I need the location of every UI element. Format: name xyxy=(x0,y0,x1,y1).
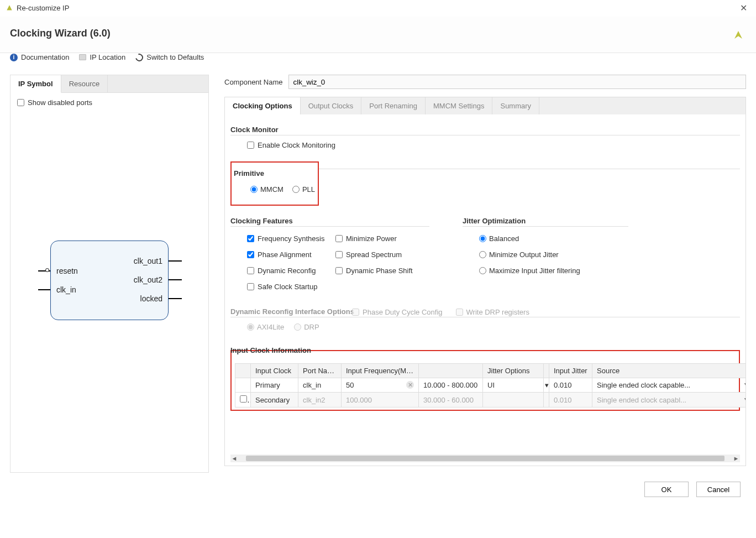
cell-secondary-ij: 0.010 xyxy=(549,393,592,408)
cell-primary-jopt[interactable]: UI xyxy=(483,378,544,393)
cell-primary-range: 10.000 - 800.000 xyxy=(419,378,483,393)
info-icon: i xyxy=(10,54,18,61)
table-row-secondary: Secondary clk_in2 100.000 30.000 - 60.00… xyxy=(235,393,747,408)
switch-defaults-link[interactable]: Switch to Defaults xyxy=(135,53,204,61)
cell-primary-ij[interactable]: 0.010 xyxy=(549,378,592,393)
tab-summary[interactable]: Summary xyxy=(492,97,539,114)
config-tabs: Clocking Options Output Clocks Port Rena… xyxy=(224,97,746,114)
ip-symbol-diagram: resetn clk_in clk_out1 clk_out2 locked xyxy=(17,241,202,320)
drio-write-drp-checkbox: Write DRP registers xyxy=(456,308,529,316)
feat-dynamic-phase-shift[interactable]: Dynamic Phase Shift xyxy=(335,267,429,275)
show-disabled-ports-label: Show disabled ports xyxy=(28,98,92,107)
clocking-features-title: Clocking Features xyxy=(230,217,429,227)
dynamic-reconfig-section: Dynamic Reconfig Interface Options AXI4L… xyxy=(230,307,740,331)
cell-secondary-enable[interactable] xyxy=(235,393,251,408)
enable-clock-monitoring-label: Enable Clock Monitoring xyxy=(258,141,335,149)
enable-clock-monitoring-checkbox[interactable]: Enable Clock Monitoring xyxy=(247,141,335,149)
table-header-row: Input Clock Port Name Input Frequency(MH… xyxy=(235,364,747,378)
chevron-down-icon[interactable]: ▾ xyxy=(744,381,746,387)
feat-minimize-power[interactable]: Minimize Power xyxy=(335,234,429,243)
vendor-logo-icon xyxy=(731,27,746,43)
port-resetn: resetn xyxy=(56,267,78,275)
feat-dynamic-reconfig[interactable]: Dynamic Reconfig xyxy=(247,267,330,275)
drio-drp-radio: DRP xyxy=(294,323,319,331)
cell-primary-jopt-dd[interactable]: ▾ xyxy=(544,378,549,393)
cell-primary-clk: Primary xyxy=(251,378,298,393)
input-clock-section: Input Clock Information Input Clock Port… xyxy=(230,350,740,411)
header: Clocking Wizard (6.0) xyxy=(0,17,756,53)
primitive-pll-radio[interactable]: PLL xyxy=(292,185,315,194)
drio-axi4lite-radio: AXI4Lite xyxy=(247,323,284,331)
feat-frequency-synthesis[interactable]: Frequency Synthesis xyxy=(247,234,330,243)
right-panel: Component Name Clocking Options Output C… xyxy=(224,75,746,473)
cell-secondary-freq: 100.000 xyxy=(342,393,419,408)
drio-phase-duty-checkbox: Phase Duty Cycle Config xyxy=(352,308,443,316)
cell-secondary-src: Single ended clock capabl...▾ xyxy=(592,393,747,408)
chevron-down-icon: ▾ xyxy=(744,396,746,402)
tab-output-clocks[interactable]: Output Clocks xyxy=(301,97,362,114)
primitive-mmcm-radio[interactable]: MMCM xyxy=(250,185,284,194)
left-tabs: IP Symbol Resource xyxy=(11,75,208,93)
cell-secondary-range: 30.000 - 60.000 xyxy=(419,393,483,408)
input-clock-title: Input Clock Information xyxy=(229,346,312,354)
cell-primary-src[interactable]: Single ended clock capable...▾ xyxy=(592,378,747,393)
port-clk-in: clk_in xyxy=(56,285,76,294)
scroll-left-icon[interactable]: ◄ xyxy=(230,455,238,462)
cell-primary-freq[interactable]: 50✕ xyxy=(342,378,419,393)
cell-secondary-port: clk_in2 xyxy=(298,393,342,408)
show-disabled-ports-checkbox[interactable]: Show disabled ports xyxy=(17,98,92,107)
tab-clocking-options[interactable]: Clocking Options xyxy=(225,97,301,114)
component-name-row: Component Name xyxy=(224,75,746,89)
folder-icon xyxy=(79,54,86,60)
tab-mmcm-settings[interactable]: MMCM Settings xyxy=(426,97,492,114)
scroll-thumb[interactable] xyxy=(246,456,725,461)
documentation-label: Documentation xyxy=(21,53,69,61)
close-icon[interactable]: ✕ xyxy=(737,2,750,14)
jitter-optimization-section: Jitter Optimization Balanced Minimize Ou… xyxy=(463,213,628,291)
cell-secondary-clk: Secondary xyxy=(251,393,298,408)
table-row-primary: Primary clk_in 50✕ 10.000 - 800.000 UI ▾… xyxy=(235,378,747,393)
page-title: Clocking Wizard (6.0) xyxy=(10,17,111,53)
component-name-label: Component Name xyxy=(224,78,283,86)
cell-primary-port[interactable]: clk_in xyxy=(298,378,342,393)
feat-spread-spectrum[interactable]: Spread Spectrum xyxy=(335,250,429,259)
jitter-balanced-radio[interactable]: Balanced xyxy=(479,234,628,243)
clock-monitor-title: Clock Monitor xyxy=(230,126,740,135)
clear-icon[interactable]: ✕ xyxy=(406,381,414,389)
window-title: Re-customize IP xyxy=(17,4,69,12)
left-panel: IP Symbol Resource Show disabled ports r… xyxy=(10,75,209,473)
header-toolbar: i Documentation IP Location Switch to De… xyxy=(0,53,756,67)
refresh-icon xyxy=(134,52,145,62)
cell-secondary-jopt xyxy=(483,393,544,408)
feat-safe-clock-startup[interactable]: Safe Clock Startup xyxy=(247,283,330,291)
jitter-max-input-radio[interactable]: Maximize Input Jitter filtering xyxy=(479,267,628,275)
ip-location-link[interactable]: IP Location xyxy=(79,53,125,61)
component-name-input[interactable] xyxy=(288,75,747,89)
ip-location-label: IP Location xyxy=(90,53,125,61)
show-disabled-ports-input[interactable] xyxy=(17,99,24,106)
tab-ip-symbol[interactable]: IP Symbol xyxy=(11,75,61,93)
jitter-title: Jitter Optimization xyxy=(463,217,628,227)
config-body: Clock Monitor Enable Clock Monitoring Pr… xyxy=(224,114,746,466)
input-clock-table: Input Clock Port Name Input Frequency(MH… xyxy=(235,363,746,408)
clocking-features-section: Clocking Features Frequency Synthesis Mi… xyxy=(230,213,429,291)
tab-resource[interactable]: Resource xyxy=(61,75,108,92)
dialog-buttons: OK Cancel xyxy=(0,473,756,503)
scroll-right-icon[interactable]: ► xyxy=(732,455,740,462)
documentation-link[interactable]: i Documentation xyxy=(10,53,69,61)
switch-defaults-label: Switch to Defaults xyxy=(146,53,204,61)
port-clk-out2: clk_out2 xyxy=(134,275,162,284)
jitter-min-output-radio[interactable]: Minimize Output Jitter xyxy=(479,250,628,259)
ip-block: resetn clk_in clk_out1 clk_out2 locked xyxy=(50,241,169,320)
port-clk-out1: clk_out1 xyxy=(134,257,162,265)
port-locked: locked xyxy=(140,294,162,303)
ok-button[interactable]: OK xyxy=(644,482,689,497)
primitive-title: Primitive xyxy=(234,169,312,177)
titlebar: Re-customize IP ✕ xyxy=(0,0,756,17)
cancel-button[interactable]: Cancel xyxy=(696,482,741,497)
horizontal-scrollbar[interactable]: ◄ ► xyxy=(230,455,740,462)
enable-clock-monitoring-input[interactable] xyxy=(247,142,254,149)
primitive-section: Primitive MMCM PLL xyxy=(230,161,319,206)
feat-phase-alignment[interactable]: Phase Alignment xyxy=(247,250,330,259)
tab-port-renaming[interactable]: Port Renaming xyxy=(361,97,426,114)
